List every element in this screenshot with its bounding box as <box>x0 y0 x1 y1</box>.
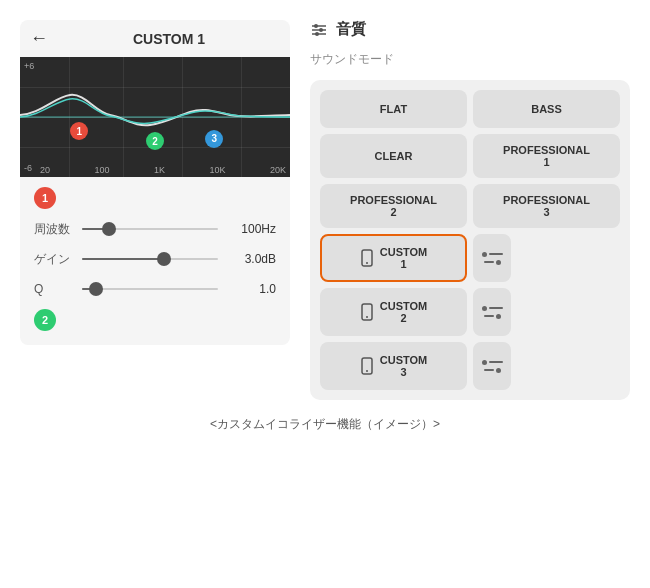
y-label-bottom: -6 <box>24 163 34 173</box>
eq-header: ← CUSTOM 1 <box>20 20 290 57</box>
caption: <カスタムイコライザー機能（イメージ）> <box>210 416 440 433</box>
eq-line <box>484 368 501 373</box>
sound-btn-prof3[interactable]: PROFESSIONAL3 <box>473 184 620 228</box>
eq-dot <box>496 260 501 265</box>
settings-icon <box>310 21 328 39</box>
eq-adjust-btn-1[interactable] <box>473 234 511 282</box>
y-labels: +6 -6 <box>20 57 38 177</box>
eq-dot <box>482 360 487 365</box>
eq-title: CUSTOM 1 <box>58 31 280 47</box>
custom-row-3: CUSTOM3 <box>320 342 467 390</box>
custom-label-1: CUSTOM1 <box>380 246 427 270</box>
x-labels: 20 100 1K 10K 20K <box>40 165 286 175</box>
x-label-20k: 20K <box>270 165 286 175</box>
eq-dot <box>496 368 501 373</box>
eq-dot <box>482 252 487 257</box>
custom-btn-2[interactable]: CUSTOM2 <box>320 288 467 336</box>
band-badge-1: 1 <box>34 187 56 209</box>
custom-row-2: CUSTOM2 <box>320 288 467 336</box>
sound-btn-bass[interactable]: BASS <box>473 90 620 128</box>
phone-icon-2 <box>360 303 374 321</box>
custom-row-1: CUSTOM1 <box>320 234 467 282</box>
eq-line <box>482 252 503 257</box>
eq-line <box>482 360 503 365</box>
band-dot-2[interactable]: 2 <box>146 132 164 150</box>
sound-btn-prof1[interactable]: PROFESSIONAL1 <box>473 134 620 178</box>
y-label-top: +6 <box>24 61 34 71</box>
back-button[interactable]: ← <box>30 28 48 49</box>
param-value-freq: 100Hz <box>226 222 276 236</box>
eq-dot <box>496 314 501 319</box>
band-dot-3[interactable]: 3 <box>205 130 223 148</box>
param-label-q: Q <box>34 282 74 296</box>
custom-eq-btn-2-container <box>473 288 620 336</box>
custom-btn-3[interactable]: CUSTOM3 <box>320 342 467 390</box>
eq-line-seg <box>484 261 494 263</box>
q-slider[interactable] <box>82 279 218 299</box>
x-label-1k: 1K <box>154 165 165 175</box>
eq-line-seg <box>489 361 503 363</box>
eq-adjust-btn-2[interactable] <box>473 288 511 336</box>
eq-line-seg <box>489 307 503 309</box>
x-label-20: 20 <box>40 165 50 175</box>
param-label-freq: 周波数 <box>34 221 74 238</box>
param-row-freq: 周波数 100Hz <box>34 219 276 239</box>
band-section: 1 周波数 100Hz ゲイン <box>20 177 290 345</box>
right-header: 音質 <box>310 20 630 43</box>
gain-slider[interactable] <box>82 249 218 269</box>
custom-label-3: CUSTOM3 <box>380 354 427 378</box>
param-row-q: Q 1.0 <box>34 279 276 299</box>
svg-point-4 <box>319 28 323 32</box>
eq-curve-svg <box>20 57 290 177</box>
eq-dot <box>482 306 487 311</box>
svg-point-9 <box>366 316 368 318</box>
custom-eq-btn-1-container <box>473 234 620 282</box>
band-dot-1[interactable]: 1 <box>70 122 88 140</box>
param-label-gain: ゲイン <box>34 251 74 268</box>
custom-btn-1[interactable]: CUSTOM1 <box>320 234 467 282</box>
section-label: サウンドモード <box>310 51 630 68</box>
x-label-100: 100 <box>94 165 109 175</box>
phone-icon-1 <box>360 249 374 267</box>
svg-point-11 <box>366 370 368 372</box>
eq-line-seg <box>484 369 494 371</box>
param-value-gain: 3.0dB <box>226 252 276 266</box>
left-panel: ← CUSTOM 1 +6 -6 <box>20 20 290 345</box>
freq-slider[interactable] <box>82 219 218 239</box>
sound-btn-clear[interactable]: CLEAR <box>320 134 467 178</box>
param-value-q: 1.0 <box>226 282 276 296</box>
param-row-gain: ゲイン 3.0dB <box>34 249 276 269</box>
right-title: 音質 <box>336 20 366 39</box>
band-badge-2: 2 <box>34 309 56 331</box>
right-panel: 音質 サウンドモード FLAT BASS CLEAR PROFESSIONAL1… <box>310 20 630 400</box>
sound-btn-prof2[interactable]: PROFESSIONAL2 <box>320 184 467 228</box>
eq-line <box>482 306 503 311</box>
eq-line-seg <box>489 253 503 255</box>
eq-line <box>484 314 501 319</box>
x-label-10k: 10K <box>209 165 225 175</box>
eq-adjust-btn-3[interactable] <box>473 342 511 390</box>
sound-btn-flat[interactable]: FLAT <box>320 90 467 128</box>
main-container: ← CUSTOM 1 +6 -6 <box>20 20 630 400</box>
custom-label-2: CUSTOM2 <box>380 300 427 324</box>
sound-mode-grid: FLAT BASS CLEAR PROFESSIONAL1 PROFESSION… <box>310 80 630 400</box>
svg-point-3 <box>314 24 318 28</box>
eq-graph: +6 -6 1 2 3 20 100 1K 10K 20K <box>20 57 290 177</box>
phone-icon-3 <box>360 357 374 375</box>
svg-point-5 <box>315 32 319 36</box>
eq-line <box>484 260 501 265</box>
custom-eq-btn-3-container <box>473 342 620 390</box>
svg-point-7 <box>366 262 368 264</box>
eq-line-seg <box>484 315 494 317</box>
